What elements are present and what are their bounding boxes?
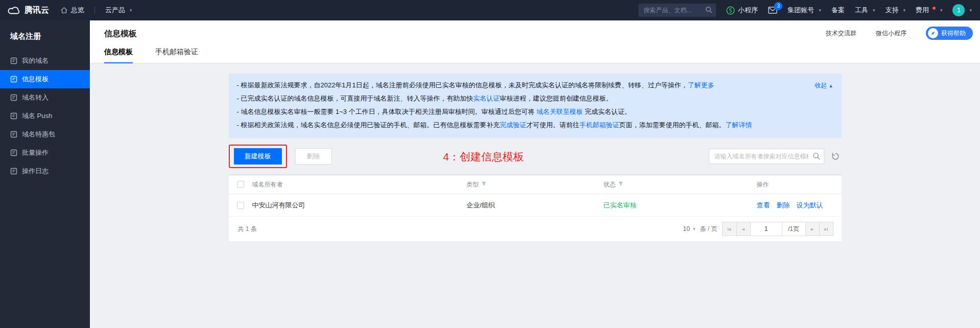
notice-link[interactable]: 完成验证	[499, 121, 526, 129]
search-icon[interactable]	[705, 6, 712, 15]
notice-text: 页面，添加需要使用的手机、邮箱。	[619, 121, 725, 129]
notice-link[interactable]: 域名关联至模板	[536, 108, 583, 115]
sidebar-item-my-domains[interactable]: 我的域名	[0, 52, 90, 70]
column-header-owner: 域名所有者	[252, 180, 467, 189]
filter-icon[interactable]	[618, 181, 624, 188]
nav-support[interactable]: 支持 ▾	[885, 6, 905, 15]
notice-text: 审核进程，建议您提前创建信息模板。	[499, 95, 612, 102]
sidebar-item-label: 信息模板	[22, 75, 49, 84]
notice-link[interactable]: 了解更多	[688, 81, 714, 89]
next-page-button[interactable]: ▶	[805, 222, 819, 236]
global-search-input[interactable]	[638, 4, 716, 17]
collapse-notice-button[interactable]: 收起 ▲	[815, 79, 833, 92]
notice-text: - 已完成实名认证的域名信息模板，可直接用于域名新注、转入等操作，有助加快	[237, 95, 473, 102]
sidebar-item-label: 批量操作	[22, 148, 49, 157]
page-size-value: 10	[683, 225, 690, 232]
notice-link[interactable]: 实名认证	[473, 95, 499, 102]
nav-beian-label: 备案	[831, 6, 845, 15]
template-search-area	[709, 149, 842, 164]
last-page-button[interactable]: ▶	[819, 222, 833, 236]
column-header-status: 状态	[604, 180, 757, 189]
sidebar-item-operation-logs[interactable]: 操作日志	[0, 162, 90, 180]
avatar: 1	[952, 4, 965, 16]
filter-icon[interactable]	[481, 181, 487, 188]
sidebar-item-domain-transfer-in[interactable]: 域名转入	[0, 88, 90, 107]
notice-line: - 已完成实名认证的域名信息模板，可直接用于域名新注、转入等操作，有助加快实名认…	[237, 92, 780, 105]
pager-group: ◀ ◀ 1 /1页 ▶ ▶	[722, 222, 833, 236]
column-header-type: 类型	[467, 180, 604, 189]
notice-text: 完成实名认证。	[583, 108, 631, 115]
row-action-2[interactable]: 设为默认	[797, 201, 823, 209]
refresh-button[interactable]	[829, 150, 842, 162]
tencent-cloud-logo-icon	[7, 6, 20, 15]
sidebar-item-domain-push[interactable]: 域名 Push	[0, 107, 90, 125]
tab-info-template[interactable]: 信息模板	[104, 48, 133, 63]
current-page-input[interactable]: 1	[750, 222, 782, 236]
chevron-down-icon: ▾	[903, 8, 905, 13]
get-help-button[interactable]: 获得帮助	[926, 27, 973, 40]
batch-operations-icon	[10, 149, 17, 156]
chevron-down-icon: ▾	[969, 8, 972, 13]
chevron-down-icon: ▾	[940, 8, 943, 13]
nav-beian[interactable]: 备案	[831, 6, 845, 15]
column-header-label: 类型	[467, 180, 487, 189]
sidebar-item-label: 我的域名	[22, 56, 49, 65]
chevron-down-icon: ▾	[693, 226, 696, 231]
template-search-input[interactable]	[709, 149, 824, 164]
per-page-label: 条 / 页	[700, 225, 717, 233]
notice-text: - 根据最新政策法规要求，自2022年1月1日起，域名注册前必须使用已实名审核的…	[237, 81, 688, 89]
column-label: 类型	[467, 180, 479, 189]
row-checkbox[interactable]	[237, 202, 244, 209]
sidebar-item-batch-operations[interactable]: 批量操作	[0, 144, 90, 162]
notice-line: - 域名信息模板实名审核一般需要 1~3 个工作日，具体取决于相关注册局审核时间…	[237, 105, 780, 119]
nav-group-account[interactable]: 集团账号 ▾	[787, 6, 821, 15]
sidebar-menu: 我的域名信息模板域名转入域名 Push域名特惠包批量操作操作日志	[0, 52, 90, 180]
brand-logo[interactable]: 腾讯云	[0, 5, 60, 16]
cell-type: 企业/组织	[467, 201, 604, 210]
operation-logs-icon	[10, 168, 17, 175]
collapse-label: 收起	[815, 82, 827, 89]
chevron-down-icon: ▾	[130, 8, 132, 13]
nav-messages[interactable]: 3	[768, 7, 777, 14]
home-icon	[60, 7, 68, 14]
link-wechat-miniprogram[interactable]: 微信小程序	[876, 29, 906, 38]
tabs: 信息模板手机邮箱验证	[90, 48, 980, 63]
link-tech-group[interactable]: 技术交流群	[826, 29, 856, 38]
column-header-label: 域名所有者	[252, 180, 283, 189]
sidebar-item-domain-discount-package[interactable]: 域名特惠包	[0, 125, 90, 144]
nav-mini-program-label: 小程序	[738, 6, 758, 15]
nav-cloud-products-label: 云产品	[105, 6, 125, 15]
search-icon[interactable]	[812, 152, 820, 161]
cell-owner: 中安山河有限公司	[252, 201, 467, 210]
user-menu[interactable]: 1 ▾	[952, 4, 972, 16]
main: 信息模板 技术交流群 微信小程序 获得帮助 信息模板手机邮箱验证 - 根据最新政…	[90, 20, 980, 328]
chevron-up-icon: ▲	[829, 83, 833, 88]
row-action-1[interactable]: 删除	[777, 201, 790, 209]
prev-page-button[interactable]: ◀	[736, 222, 750, 236]
sidebar-item-info-template[interactable]: 信息模板	[0, 70, 90, 88]
table-header: 域名所有者类型状态操作	[229, 175, 842, 194]
nav-billing[interactable]: 费用 ▾	[916, 6, 943, 15]
nav-tools[interactable]: 工具 ▾	[855, 6, 875, 15]
sidebar-item-label: 域名特惠包	[22, 130, 55, 139]
notice-link[interactable]: 手机邮箱验证	[579, 121, 619, 129]
nav-support-label: 支持	[885, 6, 898, 15]
nav-overview[interactable]: 总览	[60, 6, 84, 15]
create-template-button[interactable]: 新建模板	[234, 148, 282, 165]
nav-cloud-products[interactable]: 云产品 ▾	[105, 6, 132, 15]
select-all-checkbox[interactable]	[237, 181, 244, 188]
notification-dot	[933, 7, 936, 10]
nav-mini-program[interactable]: 小程序	[726, 6, 758, 15]
tab-phone-email-verify[interactable]: 手机邮箱验证	[155, 48, 198, 63]
nav-group-account-label: 集团账号	[787, 6, 814, 15]
page-size-select[interactable]: 10 ▾	[683, 225, 696, 232]
row-action-0[interactable]: 查看	[757, 201, 770, 209]
domain-transfer-in-icon	[10, 94, 17, 101]
brand-name: 腾讯云	[25, 5, 49, 16]
first-page-button[interactable]: ◀	[723, 222, 736, 236]
notice-link[interactable]: 了解详情	[725, 121, 752, 129]
delete-button[interactable]: 删除	[295, 148, 332, 165]
total-count: 共 1 条	[238, 225, 257, 233]
step-annotation: 4：创建信息模板	[443, 150, 524, 164]
pagination: 共 1 条 10 ▾ 条 / 页 ◀ ◀ 1 /1页	[229, 217, 842, 241]
